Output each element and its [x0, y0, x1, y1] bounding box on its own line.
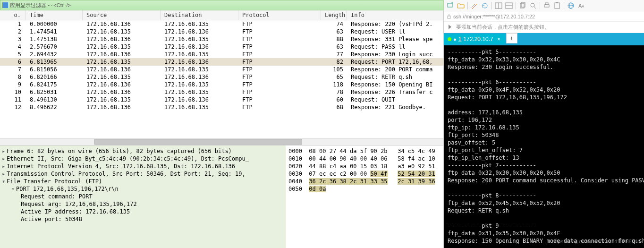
packet-details-tree[interactable]: ▸Frame 6: 82 bytes on wire (656 bits), 8… [0, 145, 286, 248]
edit-icon[interactable] [471, 2, 478, 9]
tab-add-button[interactable]: + [506, 33, 517, 43]
expand-icon[interactable]: ▸ [2, 171, 7, 177]
terminal-client-panel: AA ssh://minger:******@172.20.10.7:22 要添… [444, 0, 644, 248]
col-time[interactable]: Time [26, 10, 83, 20]
svg-text:A: A [582, 4, 585, 9]
expand-icon[interactable]: ▸ [2, 148, 7, 154]
svg-rect-11 [555, 3, 559, 9]
new-tab-icon[interactable] [447, 2, 454, 9]
col-no[interactable]: o. [0, 10, 26, 20]
collapse-icon[interactable]: ▿ [11, 186, 16, 192]
svg-rect-18 [448, 16, 450, 18]
tab-indicator: ● [453, 36, 457, 42]
packet-row[interactable]: 86.820166172.16.68.135172.16.68.136FTP65… [0, 73, 443, 81]
tree-tcp: ▸Transmission Control Protocol, Src Port… [2, 170, 284, 178]
packet-list[interactable]: o. Time Source Destination Protocol Leng… [0, 10, 443, 138]
packet-row[interactable]: 21.474541172.16.68.135172.16.68.136FTP63… [0, 28, 443, 35]
tab-label: 172.20.10.7 [463, 36, 493, 43]
packet-list-header: o. Time Source Destination Protocol Leng… [0, 10, 443, 20]
tree-req-arg[interactable]: Request arg: 172,16,68,135,196,172 [2, 200, 284, 208]
tree-ftp: ▾File Transfer Protocol (FTP) [2, 178, 284, 185]
display-filter-bar[interactable]: 应用显示过滤器 ··· <Ctrl-/> [0, 0, 443, 10]
tree-active-port[interactable]: Active port: 50348 [2, 215, 284, 223]
tree-ip: ▸Internet Protocol Version 4, Src: 172.1… [2, 162, 284, 170]
packet-row[interactable]: 128.496622172.16.68.136172.16.68.135FTP6… [0, 103, 443, 111]
svg-rect-10 [545, 3, 548, 5]
ssh-url: ssh://minger:******@172.20.10.7:22 [453, 14, 535, 19]
terminal-tab-active[interactable]: ● 1 172.20.10.7 × [444, 34, 505, 44]
packet-row[interactable]: 106.825031172.16.68.136172.16.68.135FTP7… [0, 88, 443, 96]
filter-placeholder: 应用显示过滤器 ··· <Ctrl-/> [10, 2, 71, 9]
packet-row[interactable]: 66.813965172.16.68.135172.16.68.136FTP82… [0, 58, 443, 66]
open-icon[interactable] [457, 2, 465, 9]
col-protocol[interactable]: Protocol [238, 10, 321, 20]
copy-icon[interactable] [519, 2, 526, 9]
ssh-connection-bar: ssh://minger:******@172.20.10.7:22 [444, 11, 644, 22]
tree-active-ip[interactable]: Active IP address: 172.16.68.135 [2, 208, 284, 215]
svg-rect-9 [544, 5, 549, 7]
packet-row[interactable]: 96.824175172.16.68.136172.16.68.135FTP11… [0, 81, 443, 88]
tab-number: 1 [458, 36, 462, 43]
watermark-text: https://blog.csdn.net/chen1415886044 [552, 238, 640, 245]
horizontal-scrollbar[interactable] [0, 138, 443, 145]
bottom-panes: ▸Frame 6: 82 bytes on wire (656 bits), 8… [0, 145, 443, 248]
layout-icon[interactable] [505, 2, 513, 9]
status-dot-icon [448, 37, 451, 41]
bookmark-icon [2, 2, 8, 8]
hint-text: 要添加当前会话，点击左侧的箭头按钮。 [456, 24, 550, 31]
expand-icon[interactable]: ▸ [2, 163, 7, 170]
col-destination[interactable]: Destination [161, 10, 238, 20]
svg-rect-12 [556, 2, 558, 3]
svg-rect-0 [448, 3, 452, 7]
terminal-tab-bar: ● 1 172.20.10.7 × + [444, 33, 644, 45]
col-info[interactable]: Info [347, 10, 443, 20]
refresh-icon[interactable] [481, 2, 489, 9]
col-source[interactable]: Source [83, 10, 161, 20]
wireshark-panel: 应用显示过滤器 ··· <Ctrl-/> o. Time Source Dest… [0, 0, 444, 248]
session-hint-bar: 要添加当前会话，点击左侧的箭头按钮。 [444, 22, 644, 33]
collapse-icon[interactable]: ▾ [2, 178, 7, 185]
tree-frame: ▸Frame 6: 82 bytes on wire (656 bits), 8… [2, 147, 284, 155]
col-length[interactable]: Length [321, 10, 347, 20]
tree-ethernet: ▸Ethernet II, Src: Giga-Byt_c5:4c:49 (90… [2, 155, 284, 162]
arrow-icon[interactable] [447, 24, 453, 31]
svg-line-8 [534, 7, 536, 9]
tree-req-cmd[interactable]: Request command: PORT [2, 193, 284, 200]
packet-row[interactable]: 52.694432172.16.68.136172.16.68.135FTP77… [0, 51, 443, 58]
tab-close-icon[interactable]: × [497, 36, 500, 43]
paste-icon[interactable] [553, 2, 561, 9]
packet-bytes-hex[interactable]: 0000 08 00 27 44 da 5f 90 2b 34 c5 4c 49… [286, 145, 443, 248]
packet-row[interactable]: 76.815056172.16.68.136172.16.68.135FTP10… [0, 66, 443, 73]
scrollbar-thumb[interactable] [94, 139, 302, 145]
expand-icon[interactable]: ▸ [2, 155, 7, 162]
search-icon[interactable] [529, 2, 537, 9]
globe-icon[interactable] [567, 2, 575, 9]
packet-row[interactable]: 42.576670172.16.68.135172.16.68.136FTP63… [0, 43, 443, 51]
svg-point-7 [531, 3, 534, 7]
split-icon[interactable] [495, 2, 502, 9]
packet-row[interactable]: 118.496130172.16.68.135172.16.68.136FTP6… [0, 96, 443, 103]
font-icon[interactable]: AA [577, 2, 585, 9]
lock-icon [447, 14, 451, 19]
terminal-output[interactable]: ----------pkt 5----------- ftp_data 0x32… [444, 45, 644, 248]
packet-row[interactable]: 10.000000172.16.68.136172.16.68.135FTP74… [0, 20, 443, 28]
packet-row[interactable]: 31.475138172.16.68.136172.16.68.135FTP88… [0, 35, 443, 43]
tree-ftp-port: ▿PORT 172,16,68,135,196,172\r\n [2, 185, 284, 193]
print-icon[interactable] [543, 2, 551, 9]
terminal-toolbar: AA [444, 0, 644, 11]
